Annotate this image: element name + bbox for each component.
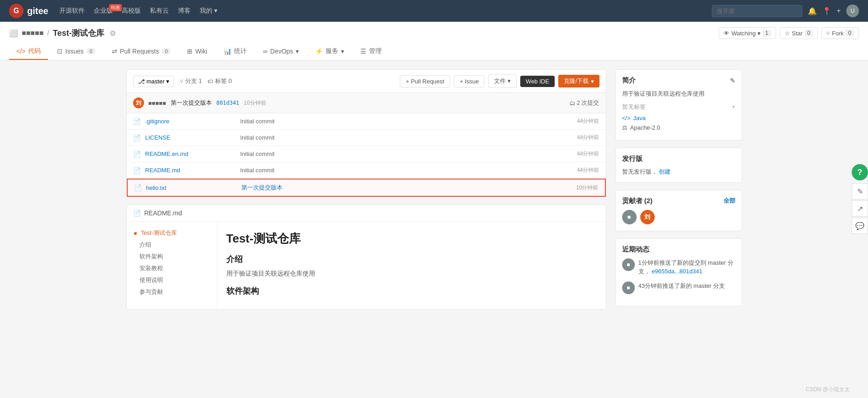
toc-item-intro[interactable]: 介绍	[134, 241, 210, 249]
tab-issues[interactable]: ⊡ Issues 0	[50, 44, 103, 60]
edit-float-button[interactable]: ✎	[852, 183, 868, 199]
sidebar-activity-title: 近期动态	[622, 245, 735, 254]
branch-bar: ⎇ master ▾ ⑂ 分支 1 🏷 标签 0 + Pull Request …	[126, 69, 606, 93]
sidebar-activity-section: 近期动态 ■ 1分钟前推送了新的提交到 master 分支， e9655da..…	[615, 238, 742, 306]
toc-item-contribute[interactable]: 参与贡献	[134, 288, 210, 296]
sub-header: ⬜ ■■■■■ / Test-测试仓库 ⚙ 👁 Watching ▾ 1 ☆ S…	[0, 22, 868, 60]
commit-author-avatar[interactable]: 刘	[133, 97, 144, 108]
pull-request-button[interactable]: + Pull Request	[400, 75, 450, 87]
add-icon[interactable]: +	[837, 7, 841, 15]
branch-count[interactable]: ⑂ 分支 1	[180, 77, 202, 85]
branch-selector[interactable]: ⎇ master ▾	[133, 76, 175, 87]
bell-icon[interactable]: 🔔	[808, 7, 817, 15]
tab-code[interactable]: </> 代码	[9, 44, 48, 60]
issue-button[interactable]: + Issue	[454, 75, 484, 87]
file-commit-link-hello[interactable]: 第一次提交版本	[241, 184, 283, 191]
file-time-license: 44分钟前	[577, 134, 599, 141]
file-button[interactable]: 文件 ▾	[488, 74, 517, 88]
issue-icon: ⊡	[57, 48, 62, 55]
contributors-all-link[interactable]: 全部	[724, 197, 735, 205]
services-icon: ⚡	[315, 48, 323, 55]
help-button[interactable]: ?	[852, 164, 868, 180]
toc-dot	[134, 232, 137, 235]
tab-pull-requests[interactable]: ⇄ Pull Requests 0	[105, 44, 178, 60]
clone-button[interactable]: 克隆/下载 ▾	[558, 75, 599, 87]
nav-badge-enterprise: 特惠	[109, 4, 122, 11]
tab-devops[interactable]: ∞ DevOps ▾	[256, 44, 307, 60]
nav-mine[interactable]: 我的 ▾	[200, 7, 217, 15]
sidebar-language[interactable]: </> Java	[622, 115, 735, 121]
nav-enterprise[interactable]: 企业版 特惠	[94, 7, 113, 15]
contributor-avatar-0[interactable]: ■	[622, 210, 637, 224]
location-icon[interactable]: 📍	[822, 7, 831, 15]
wiki-icon: ⊞	[187, 48, 192, 55]
tab-manage[interactable]: ☰ 管理	[353, 44, 389, 60]
toc-item-usage[interactable]: 使用说明	[134, 276, 210, 284]
tag-count[interactable]: 🏷 标签 0	[207, 77, 232, 85]
tab-wiki[interactable]: ⊞ Wiki	[180, 44, 214, 60]
nav-opensource[interactable]: 开源软件	[59, 7, 85, 15]
star-count: 0	[805, 29, 813, 37]
webide-button[interactable]: Web IDE	[520, 76, 555, 87]
sidebar-desc: 用于验证项目关联远程仓库使用	[622, 89, 735, 98]
star-button[interactable]: ☆ Star 0	[780, 27, 818, 39]
file-name-gitignore[interactable]: .gitignore	[145, 118, 236, 125]
nav-blog[interactable]: 博客	[178, 7, 191, 15]
pr-badge: 0	[162, 48, 171, 54]
sidebar-release-text: 暂无发行版， 创建	[622, 168, 735, 176]
nav-icon-group: 🔔 📍 + U	[808, 5, 859, 17]
nav-private-cloud[interactable]: 私有云	[150, 7, 169, 15]
tab-services[interactable]: ⚡ 服务 ▾	[308, 44, 351, 60]
commit-message[interactable]: 第一次提交版本	[171, 99, 212, 107]
file-icon: 📄	[134, 184, 142, 191]
activity-item-1: ■ 43分钟前推送了新的 master 分支	[622, 282, 735, 294]
tab-stats[interactable]: 📊 统计	[216, 44, 254, 60]
repo-separator: /	[47, 29, 49, 37]
repo-owner[interactable]: ■■■■■	[22, 29, 43, 37]
fork-count: 0	[845, 29, 854, 37]
commit-count[interactable]: 🗂 2 次提交	[569, 99, 599, 107]
contributor-avatar-1[interactable]: 刘	[640, 210, 655, 224]
repo-main: ⎇ master ▾ ⑂ 分支 1 🏷 标签 0 + Pull Request …	[126, 69, 606, 314]
sidebar-release-section: 发行版 暂无发行版， 创建	[615, 148, 742, 183]
share-float-button[interactable]: ↗	[852, 200, 868, 217]
sidebar-intro-section: 简介 ✎ 用于验证项目关联远程仓库使用 暂无标签 + </> Java ⚖ Ap…	[615, 69, 742, 141]
sidebar-tag-placeholder: 暂无标签 +	[622, 103, 735, 111]
repo-actions: 👁 Watching ▾ 1 ☆ Star 0 ⑂ Fork 0	[719, 27, 859, 39]
branch-icon: ⎇	[138, 78, 145, 85]
chat-float-button[interactable]: 💬	[852, 218, 868, 234]
commit-hash[interactable]: 801d341	[216, 100, 240, 106]
file-commit-msg-gitignore: Initial commit	[240, 118, 573, 125]
file-name-hello[interactable]: hello.txt	[146, 184, 237, 191]
watching-button[interactable]: 👁 Watching ▾ 1	[719, 27, 776, 39]
user-avatar[interactable]: U	[846, 5, 859, 17]
file-row-readme: 📄 README.md Initial commit 44分钟前	[127, 162, 606, 179]
release-create-link[interactable]: 创建	[659, 168, 671, 175]
branch-fork-icon: ⑂	[180, 78, 183, 85]
logo[interactable]: G gitee	[9, 4, 48, 18]
star-icon: ☆	[785, 30, 790, 37]
file-row-hello: 📄 hello.txt 第一次提交版本 10分钟前	[127, 179, 606, 197]
add-tag-icon[interactable]: +	[732, 103, 735, 110]
fork-button[interactable]: ⑂ Fork 0	[821, 27, 859, 39]
file-name-readme[interactable]: README.md	[145, 167, 236, 174]
activity-link-0[interactable]: e9655da...801d341	[652, 268, 702, 275]
activity-avatar-0[interactable]: ■	[622, 258, 635, 271]
commit-author-name[interactable]: ■■■■■	[149, 100, 166, 107]
activity-text-0: 1分钟前推送了新的提交到 master 分支， e9655da...801d34…	[638, 258, 735, 276]
file-table: 📄 .gitignore Initial commit 44分钟前 📄 LICE…	[126, 113, 606, 197]
file-name-readme-en[interactable]: README.en.md	[145, 150, 236, 157]
toc-item-install[interactable]: 安装教程	[134, 264, 210, 272]
toc-item-main[interactable]: Test-测试仓库	[134, 229, 210, 237]
readme-h2-intro: 介绍	[226, 254, 597, 265]
repo-settings-icon[interactable]: ⚙	[110, 29, 116, 38]
sidebar-edit-icon[interactable]: ✎	[730, 77, 735, 84]
toc-item-arch[interactable]: 软件架构	[134, 252, 210, 261]
repo-name[interactable]: Test-测试仓库	[53, 28, 105, 39]
file-name-license[interactable]: LICENSE	[145, 134, 236, 141]
file-icon: 📄	[133, 167, 141, 174]
search-input[interactable]	[712, 5, 802, 17]
nav-university[interactable]: 高校版	[122, 7, 141, 15]
branch-actions: + Pull Request + Issue 文件 ▾ Web IDE 克隆/下…	[400, 74, 599, 88]
activity-avatar-1[interactable]: ■	[622, 282, 635, 294]
